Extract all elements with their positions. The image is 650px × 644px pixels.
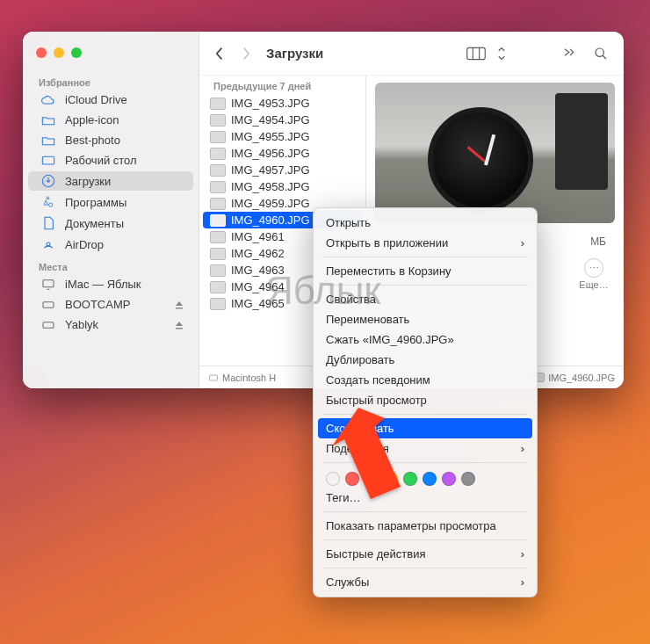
image-thumb-icon bbox=[210, 164, 226, 177]
svg-rect-6 bbox=[467, 47, 486, 59]
chevron-right-icon: › bbox=[521, 547, 524, 561]
context-menu[interactable]: Открыть Открыть в приложении› Переместит… bbox=[313, 207, 538, 597]
tag-color[interactable] bbox=[345, 472, 359, 486]
cm-tags[interactable]: Теги… bbox=[314, 488, 537, 508]
file-name: IMG_4953.JPG bbox=[231, 97, 310, 110]
sidebar-item-bootcamp[interactable]: BOOTCAMP bbox=[28, 295, 193, 314]
sidebar-item-label: iCloud Drive bbox=[65, 93, 127, 106]
sidebar-item-label: Программы bbox=[65, 196, 126, 209]
forward-button[interactable] bbox=[236, 43, 256, 64]
tag-color[interactable] bbox=[384, 472, 398, 486]
file-row[interactable]: IMG_4958.JPG bbox=[199, 178, 365, 195]
file-row[interactable]: IMG_4953.JPG bbox=[199, 95, 365, 112]
tag-color[interactable] bbox=[326, 472, 340, 486]
image-thumb-icon bbox=[210, 214, 226, 227]
cm-quicklook[interactable]: Быстрый просмотр bbox=[314, 390, 537, 410]
back-button[interactable] bbox=[210, 43, 229, 64]
search-button[interactable] bbox=[589, 43, 613, 64]
tag-color[interactable] bbox=[442, 472, 456, 486]
chevron-right-icon: › bbox=[521, 236, 524, 250]
cm-compress[interactable]: Сжать «IMG_4960.JPG» bbox=[314, 329, 537, 350]
cm-share[interactable]: Поделиться› bbox=[314, 438, 537, 459]
disk-icon bbox=[40, 299, 56, 311]
sidebar-item-documents[interactable]: Документы bbox=[28, 213, 193, 233]
cm-duplicate[interactable]: Дублировать bbox=[314, 350, 537, 370]
cm-view-options[interactable]: Показать параметры просмотра bbox=[314, 516, 537, 536]
cm-rename[interactable]: Переименовать bbox=[314, 309, 537, 329]
display-icon bbox=[40, 279, 56, 291]
tag-color[interactable] bbox=[461, 472, 475, 486]
eject-icon[interactable] bbox=[174, 300, 184, 310]
image-thumb-icon bbox=[210, 281, 226, 293]
sidebar-item-apple-icon[interactable]: Apple-icon bbox=[28, 111, 193, 129]
image-thumb-icon bbox=[210, 98, 226, 110]
more-button[interactable]: ⋯ Еще… bbox=[573, 253, 615, 295]
image-thumb-icon bbox=[210, 181, 226, 193]
sidebar-item-label: Загрузки bbox=[65, 175, 111, 188]
path-leaf[interactable]: IMG_4960.JPG bbox=[532, 373, 615, 383]
tag-color[interactable] bbox=[422, 472, 437, 486]
more-toolbar-button[interactable] bbox=[557, 43, 581, 64]
image-thumb-icon bbox=[210, 114, 226, 127]
sidebar-item-label: BOOTCAMP bbox=[65, 298, 130, 311]
minimize-icon[interactable] bbox=[54, 47, 64, 58]
sidebar-item-imac[interactable]: iMac — Яблык bbox=[28, 275, 193, 293]
maximize-icon[interactable] bbox=[71, 47, 82, 58]
doc-icon bbox=[40, 216, 56, 230]
cm-services[interactable]: Службы› bbox=[314, 572, 537, 592]
svg-rect-5 bbox=[43, 322, 54, 328]
cm-alias[interactable]: Создать псевдоним bbox=[314, 370, 537, 390]
image-thumb-icon bbox=[210, 231, 226, 243]
sidebar-item-label: iMac — Яблык bbox=[65, 278, 141, 291]
ellipsis-icon: ⋯ bbox=[584, 258, 603, 278]
disk-icon bbox=[40, 319, 56, 331]
file-name: IMG_4956.JPG bbox=[231, 147, 310, 160]
desktop-icon bbox=[40, 156, 56, 166]
group-header: Предыдущие 7 дней bbox=[199, 76, 365, 95]
cm-open[interactable]: Открыть bbox=[314, 213, 537, 233]
file-name: IMG_4965 bbox=[231, 297, 285, 310]
sidebar-item-best-photo[interactable]: Best-photo bbox=[28, 131, 193, 149]
cm-copy[interactable]: Скопировать bbox=[318, 418, 532, 438]
sidebar-item-label: AirDrop bbox=[65, 238, 104, 251]
sidebar-item-icloud[interactable]: iCloud Drive bbox=[28, 90, 193, 109]
sidebar-item-downloads[interactable]: Загрузки bbox=[28, 171, 193, 191]
image-thumb-icon bbox=[210, 131, 226, 143]
cm-quick-actions[interactable]: Быстрые действия› bbox=[314, 544, 537, 564]
file-name: IMG_4958.JPG bbox=[231, 180, 310, 193]
chevron-right-icon: › bbox=[521, 575, 524, 589]
file-row[interactable]: IMG_4954.JPG bbox=[199, 112, 365, 128]
file-name: IMG_4954.JPG bbox=[231, 113, 310, 127]
file-row[interactable]: IMG_4956.JPG bbox=[199, 145, 365, 162]
svg-point-7 bbox=[596, 48, 603, 56]
cm-open-with[interactable]: Открыть в приложении› bbox=[314, 233, 537, 253]
file-row[interactable]: IMG_4957.JPG bbox=[199, 162, 365, 178]
folder-icon bbox=[40, 115, 56, 126]
tag-color[interactable] bbox=[365, 472, 379, 486]
tag-color[interactable] bbox=[403, 472, 417, 486]
cm-trash[interactable]: Переместить в Корзину bbox=[314, 261, 537, 281]
file-name: IMG_4963 bbox=[231, 264, 285, 277]
file-name: IMG_4964 bbox=[231, 280, 285, 293]
image-thumb-icon bbox=[210, 248, 226, 260]
toolbar: Загрузки bbox=[199, 32, 624, 76]
sidebar-item-label: Yablyk bbox=[65, 318, 98, 331]
cm-info[interactable]: Свойства bbox=[314, 289, 537, 309]
close-icon[interactable] bbox=[36, 47, 47, 58]
svg-rect-8 bbox=[210, 375, 218, 380]
apps-icon bbox=[40, 195, 56, 209]
file-name: IMG_4961 bbox=[231, 230, 285, 243]
cm-tag-colors[interactable] bbox=[314, 467, 537, 488]
sidebar-item-label: Apple-icon bbox=[65, 113, 119, 127]
sidebar-item-desktop[interactable]: Рабочий стол bbox=[28, 151, 193, 170]
file-name: IMG_4960.JPG bbox=[231, 213, 310, 227]
view-options-button[interactable] bbox=[495, 43, 508, 64]
view-mode-button[interactable] bbox=[464, 43, 488, 64]
path-root[interactable]: Macintosh H bbox=[208, 373, 276, 383]
eject-icon[interactable] bbox=[174, 320, 184, 330]
svg-rect-4 bbox=[43, 301, 54, 308]
sidebar-item-yablyk[interactable]: Yablyk bbox=[28, 315, 193, 334]
file-row[interactable]: IMG_4955.JPG bbox=[199, 128, 365, 145]
sidebar-item-airdrop[interactable]: AirDrop bbox=[28, 235, 193, 254]
sidebar-item-apps[interactable]: Программы bbox=[28, 192, 193, 212]
